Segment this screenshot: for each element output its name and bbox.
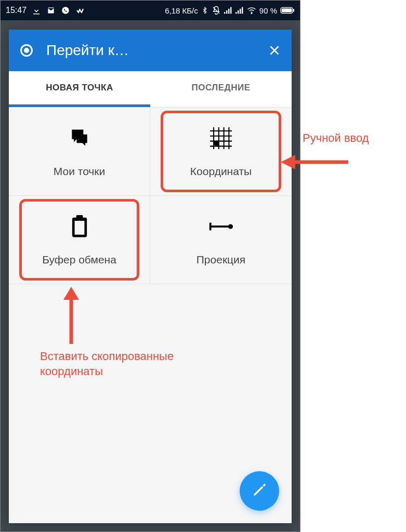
svg-point-9	[251, 13, 252, 14]
tile-label: Буфер обмена	[42, 254, 116, 266]
svg-rect-25	[76, 215, 83, 220]
annotation-coordinates: Ручной ввод	[303, 131, 406, 146]
grid-area: Мои точки Координаты	[9, 108, 292, 523]
svg-rect-1	[224, 12, 225, 14]
signal-icon-1	[224, 7, 232, 14]
bluetooth-icon	[201, 6, 208, 15]
svg-rect-12	[293, 9, 294, 12]
tab-recent[interactable]: ПОСЛЕДНИЕ	[150, 71, 292, 107]
svg-rect-28	[209, 222, 212, 230]
wifi-icon	[247, 7, 256, 14]
tile-clipboard[interactable]: Буфер обмена	[9, 196, 150, 284]
svg-rect-5	[235, 12, 237, 14]
tile-projection[interactable]: Проекция	[150, 196, 292, 284]
status-bar: 15:47 6,18 КБ/с	[1, 1, 300, 20]
svg-rect-2	[226, 10, 227, 14]
mail-icon	[46, 6, 56, 15]
tile-label: Мои точки	[54, 165, 105, 178]
pencil-icon	[252, 482, 267, 500]
arrow-annotation-clipboard	[61, 287, 82, 344]
projection-icon	[208, 214, 233, 239]
svg-point-0	[62, 7, 69, 14]
tile-my-points[interactable]: Мои точки	[9, 108, 150, 196]
battery-icon	[280, 7, 295, 14]
annotation-clipboard: Вставить скопированные координаты	[40, 349, 227, 379]
svg-point-14	[25, 49, 29, 52]
svg-rect-27	[209, 225, 229, 228]
status-battery-pct: 90 %	[259, 6, 277, 15]
svg-rect-8	[242, 7, 243, 14]
svg-rect-11	[282, 8, 292, 12]
status-speed: 6,18 КБ/с	[165, 6, 198, 15]
phone-icon	[61, 6, 70, 15]
status-time: 15:47	[6, 6, 27, 15]
tab-label: НОВАЯ ТОЧКА	[46, 83, 113, 93]
check-icon	[75, 6, 85, 15]
dialog-header: Перейти к…	[9, 30, 292, 71]
highlight-box	[161, 111, 281, 192]
goto-dialog: Перейти к… НОВАЯ ТОЧКА ПОСЛЕДНИЕ Мои точ…	[9, 30, 292, 523]
target-icon	[19, 43, 34, 58]
phone-frame: 15:47 6,18 КБ/с	[0, 0, 300, 532]
svg-rect-26	[74, 221, 84, 235]
tabs: НОВАЯ ТОЧКА ПОСЛЕДНИЕ	[9, 71, 292, 108]
close-button[interactable]	[268, 44, 281, 57]
clipboard-icon	[67, 214, 92, 239]
tab-new-point[interactable]: НОВАЯ ТОЧКА	[9, 71, 150, 107]
svg-point-29	[228, 224, 233, 229]
tab-label: ПОСЛЕДНИЕ	[191, 83, 250, 93]
dialog-title: Перейти к…	[46, 42, 268, 59]
svg-rect-7	[240, 9, 241, 14]
svg-rect-6	[238, 10, 239, 14]
grid-icon	[208, 126, 233, 151]
tile-label: Координаты	[190, 165, 252, 178]
fab-edit[interactable]	[240, 471, 279, 511]
svg-rect-3	[228, 9, 229, 14]
highlight-box	[19, 199, 139, 281]
svg-rect-4	[230, 7, 231, 14]
tile-label: Проекция	[197, 254, 245, 266]
signal-icon-2	[235, 7, 244, 14]
tile-coordinates[interactable]: Координаты	[150, 108, 292, 196]
mute-icon	[212, 6, 221, 15]
download-icon	[32, 6, 41, 15]
arrow-annotation-coordinates	[281, 152, 348, 172]
svg-point-23	[214, 141, 218, 145]
chat-icon	[67, 126, 92, 151]
